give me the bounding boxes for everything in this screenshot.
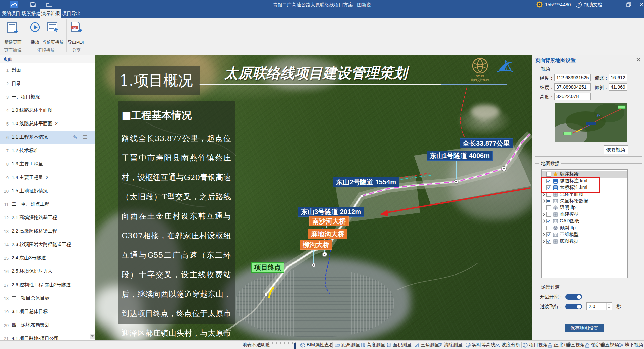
- checkbox-checked[interactable]: [546, 232, 551, 237]
- page-item-20[interactable]: 20四、场地布局策划: [0, 318, 95, 332]
- layer-row-annotation[interactable]: 标注标绘: [542, 171, 627, 178]
- tab-scene-build[interactable]: 场景搭建: [21, 9, 41, 18]
- page-item-9[interactable]: 91.4 主要工程量_2: [0, 171, 95, 184]
- checkbox-partial[interactable]: [546, 199, 551, 203]
- label-tunnel-1: 东山1号隧道 4006m: [427, 151, 493, 161]
- page-item-16[interactable]: 162.5 环境保护压力大: [0, 265, 95, 278]
- pages-list: 1封面 2目录 3一、项目概况 41.0 线路总体平面图 51.0 线路总体平面…: [0, 63, 95, 340]
- expand-chevron-icon[interactable]: [542, 219, 546, 223]
- opacity-slider-ticks: [268, 342, 297, 344]
- page-item-15[interactable]: 152.4 东山3号隧道: [0, 251, 95, 265]
- page-item-11[interactable]: 11二、重、难点工程: [0, 198, 95, 211]
- fly-transition-toggle-on[interactable]: [565, 304, 582, 309]
- page-item-5[interactable]: 51.0 线路总体平面图_2: [0, 117, 95, 131]
- new-page-label[interactable]: 新建页面: [2, 39, 24, 45]
- panel-title: 页面背景地图设置: [535, 57, 576, 64]
- excavation-toggle-on[interactable]: [565, 294, 582, 300]
- save-map-settings-button[interactable]: 保存地图设置: [565, 324, 604, 332]
- layer-row-cad-drawings[interactable]: CAD图纸: [542, 218, 627, 225]
- page-menu-icon[interactable]: [83, 135, 87, 136]
- play-button[interactable]: [30, 22, 40, 33]
- layer-row-temp-models[interactable]: 临建模型: [542, 211, 627, 218]
- altitude-input[interactable]: [554, 93, 591, 100]
- layer-row-basemap-data[interactable]: 底图数据: [542, 238, 627, 245]
- page-item-14[interactable]: 142.3 软弱围岩大跨径隧道工程: [0, 238, 95, 251]
- help-icon[interactable]: ?: [576, 2, 582, 8]
- latitude-input[interactable]: [554, 83, 591, 91]
- user-avatar-icon[interactable]: [536, 1, 543, 8]
- fly-seconds-stepper[interactable]: 2.0: [586, 302, 612, 310]
- edit-page-icon[interactable]: ✎: [73, 134, 77, 140]
- page-item-7[interactable]: 71.2 技术标准: [0, 144, 95, 157]
- new-page-button[interactable]: [7, 21, 19, 34]
- checkbox-checked[interactable]: [546, 219, 551, 223]
- page-item-3[interactable]: 3一、项目概况: [0, 90, 95, 104]
- maximize-button[interactable]: [626, 2, 631, 7]
- minimize-button[interactable]: [610, 2, 616, 7]
- checkbox-unchecked[interactable]: [546, 212, 551, 217]
- expand-chevron-icon[interactable]: [542, 213, 546, 216]
- lock-vertical-view[interactable]: 锁定垂直视角: [585, 341, 619, 349]
- layer-row-vector-data[interactable]: 矢量标绘数据: [542, 198, 627, 204]
- statusbar-separator: [521, 342, 522, 348]
- opacity-slider-handle[interactable]: [294, 343, 296, 349]
- height-measure[interactable]: 高度测量: [361, 341, 385, 349]
- distance-measure[interactable]: 距离测量: [335, 341, 360, 349]
- clear-measure[interactable]: 清除测量: [438, 341, 463, 349]
- headline-divider: [199, 84, 441, 85]
- play-current-page-button[interactable]: [47, 22, 59, 33]
- page-item-2[interactable]: 2目录: [0, 77, 95, 90]
- page-item-8[interactable]: 81.3 主要工程量: [0, 157, 95, 171]
- slope-analysis[interactable]: 坡度分析: [495, 341, 520, 349]
- restore-view-button[interactable]: 恢复视角: [604, 145, 628, 154]
- page-item-4[interactable]: 41.0 线路总体平面图: [0, 104, 95, 117]
- page-item-18[interactable]: 18三、项目总体目标: [0, 292, 95, 305]
- north-input[interactable]: [609, 74, 627, 81]
- close-button[interactable]: [639, 2, 644, 7]
- north-vertical-view[interactable]: 正北+垂直视角: [548, 341, 585, 349]
- tab-my-projects[interactable]: 我的项目: [1, 9, 21, 18]
- export-pdf-label[interactable]: 导出PDF: [66, 39, 87, 45]
- opacity-slider-track[interactable]: [268, 346, 297, 346]
- checkbox-unchecked[interactable]: [546, 205, 551, 210]
- page-item-6-selected[interactable]: 61.1 工程基本情况 ✎: [0, 131, 95, 144]
- tab-project-export[interactable]: 项目导出: [62, 9, 81, 18]
- panel-close-icon[interactable]: [636, 57, 641, 62]
- map-viewport[interactable]: 1.项目概况 太原联络线项目建设管理策划 STHG 山西交控集团 ■工程基本情况…: [95, 55, 532, 340]
- tilt-input[interactable]: [609, 83, 627, 91]
- layer-row-transparent-lfp[interactable]: 透明.lfp: [542, 204, 627, 211]
- export-pdf-button[interactable]: PDF: [70, 21, 83, 34]
- area-measure[interactable]: 面积测量: [386, 341, 412, 349]
- project-view[interactable]: 项目视角: [523, 341, 548, 349]
- layer-row-3d-models[interactable]: 三维模型: [542, 231, 627, 238]
- page-item-12[interactable]: 122.1 高填深挖路基工程: [0, 211, 95, 225]
- model-file-icon: [553, 205, 558, 210]
- play-current-page-label[interactable]: 当前页播放: [40, 39, 66, 45]
- page-item-21[interactable]: 214.1 项目驻地-项目公司: [0, 332, 95, 340]
- bim-attribute-viewer[interactable]: BIM属性查看: [300, 341, 334, 349]
- longitude-input[interactable]: [554, 74, 591, 81]
- realtime-contours[interactable]: 实时等高线: [466, 341, 495, 349]
- map-settings-panel: 页面背景地图设置 视角 经度： 偏北： 纬度： 倾斜： 高度：: [532, 55, 644, 340]
- expand-chevron-icon[interactable]: [542, 240, 546, 243]
- page-item-17[interactable]: 172.6 控制性工程-东山2号隧道: [0, 278, 95, 292]
- checkbox-checked[interactable]: [546, 239, 551, 244]
- page-item-10[interactable]: 101.5 土地征拆情况: [0, 184, 95, 198]
- page-item-19[interactable]: 193.1 项目总体目标: [0, 305, 95, 318]
- sidebar-scroll-down-button[interactable]: [90, 334, 95, 339]
- user-account[interactable]: 155****4480: [545, 0, 571, 9]
- layer-row-oblique-lfp[interactable]: 倾斜.lfp: [542, 225, 627, 231]
- checkbox-unchecked[interactable]: [546, 172, 551, 177]
- expand-chevron-icon[interactable]: [542, 233, 546, 236]
- help-doc-link[interactable]: 帮助文档: [584, 0, 602, 9]
- tab-presentation[interactable]: 演示汇报: [40, 9, 61, 18]
- pdf-badge: PDF: [71, 26, 78, 29]
- checkbox-unchecked[interactable]: [546, 226, 551, 230]
- underground-view[interactable]: 地下视角: [618, 341, 643, 349]
- expand-chevron-icon[interactable]: [542, 199, 546, 203]
- stepper-arrows-icon[interactable]: [606, 303, 611, 310]
- page-item-13[interactable]: 132.2 高墩跨线桥梁工程: [0, 225, 95, 238]
- page-item-1[interactable]: 1封面: [0, 63, 95, 77]
- triangle-measure[interactable]: 三角测量: [414, 341, 439, 349]
- map-preview-thumbnail[interactable]: [555, 103, 627, 142]
